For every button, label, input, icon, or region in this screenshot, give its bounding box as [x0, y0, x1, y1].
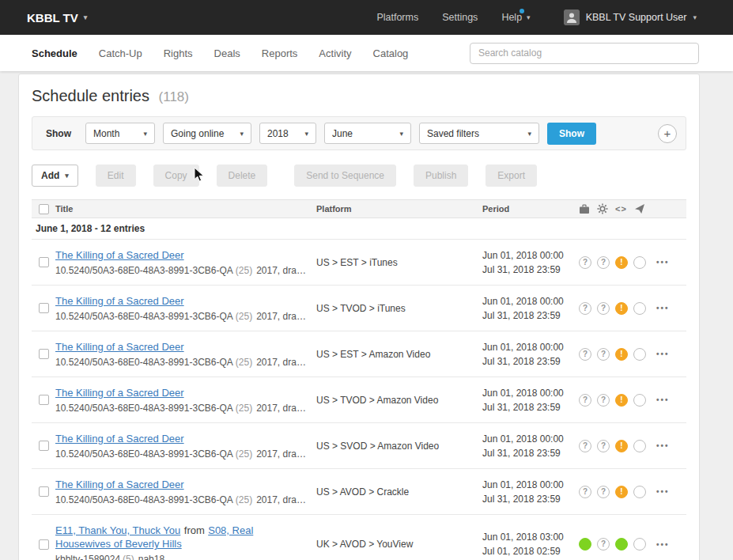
add-button[interactable]: Add ▾ — [32, 165, 78, 187]
export-button[interactable]: Export — [486, 165, 537, 187]
row-checkbox[interactable] — [39, 486, 49, 497]
chevron-down-icon: ▾ — [84, 13, 88, 21]
entry-count: (5) — [123, 554, 134, 560]
platform-cell: US > TVOD > iTunes — [316, 303, 482, 314]
topbar-link-settings[interactable]: Settings — [442, 12, 478, 23]
status-icon — [579, 394, 591, 407]
entry-subline: 10.5240/50A3-68E0-48A3-8991-3CB6-QA(25)2… — [55, 265, 310, 276]
chevron-down-icon: ▾ — [399, 130, 403, 138]
title-connector: from — [184, 524, 205, 536]
filter-event-select[interactable]: Going online ▾ — [163, 123, 251, 144]
table-row: E11, Thank You, Thuck You from S08, Real… — [32, 515, 686, 560]
table-row: The Killing of a Sacred Deer 10.5240/50A… — [32, 240, 686, 286]
row-checkbox[interactable] — [39, 257, 49, 267]
period-cell: Jun 01, 2018 03:00 Jul 01, 2018 02:59 — [482, 530, 579, 558]
select-all-checkbox[interactable] — [39, 204, 49, 214]
entry-title-link[interactable]: The Killing of a Sacred Deer — [55, 295, 184, 307]
row-checkbox[interactable] — [39, 395, 49, 405]
user-menu[interactable]: KBBL TV Support User ▾ — [564, 9, 697, 25]
topbar-link-platforms[interactable]: Platforms — [376, 12, 418, 23]
tab-catalog[interactable]: Catalog — [373, 47, 409, 59]
period-cell: Jun 01, 2018 00:00 Jul 31, 2018 23:59 — [482, 386, 579, 414]
delete-button[interactable]: Delete — [217, 165, 268, 187]
status-icon — [597, 394, 610, 407]
catalog-search — [470, 43, 699, 64]
nav-tabs: Schedule Catch-Up Rights Deals Reports A… — [32, 47, 408, 59]
tab-schedule[interactable]: Schedule — [32, 47, 77, 59]
filter-year-select[interactable]: 2018 ▾ — [259, 123, 316, 144]
tab-activity[interactable]: Activity — [319, 47, 351, 59]
period-cell: Jun 01, 2018 00:00 Jul 31, 2018 23:59 — [482, 340, 579, 369]
entry-subline: 10.5240/50A3-68E0-48A3-8991-3CB6-QA(25)2… — [55, 311, 310, 322]
status-icon — [615, 394, 628, 407]
tab-rights[interactable]: Rights — [164, 47, 193, 59]
schedule-table: Title Platform Period <> June 1, 2018 - … — [32, 199, 686, 560]
period-end: Jul 31, 2018 23:59 — [482, 263, 579, 277]
period-cell: Jun 01, 2018 00:00 Jul 31, 2018 23:59 — [482, 294, 579, 323]
show-button[interactable]: Show — [547, 123, 596, 145]
status-icon — [615, 486, 628, 498]
page-title-text: Schedule entries — [32, 87, 149, 104]
entry-title-link[interactable]: The Killing of a Sacred Deer — [55, 341, 184, 353]
status-icon — [633, 256, 646, 269]
copy-button[interactable]: Copy — [153, 165, 199, 187]
status-cell — [579, 538, 656, 551]
send-to-sequence-button[interactable]: Send to Sequence — [294, 165, 396, 187]
edit-button[interactable]: Edit — [96, 165, 136, 187]
publish-button[interactable]: Publish — [414, 165, 468, 187]
row-checkbox[interactable] — [39, 441, 49, 451]
status-icon — [597, 256, 610, 269]
table-row: The Killing of a Sacred Deer 10.5240/50A… — [32, 331, 686, 377]
period-end: Jul 31, 2018 23:59 — [482, 446, 579, 460]
brand-label: KBBL TV — [27, 11, 78, 25]
filter-month-select[interactable]: June ▾ — [324, 123, 411, 144]
tab-deals[interactable]: Deals — [214, 47, 240, 59]
row-menu-icon[interactable]: ••• — [656, 395, 686, 404]
chevron-down-icon: ▾ — [240, 130, 244, 138]
entry-title-link[interactable]: The Killing of a Sacred Deer — [55, 479, 184, 490]
row-checkbox[interactable] — [39, 303, 49, 313]
tab-reports[interactable]: Reports — [262, 47, 298, 59]
platform-cell: US > SVOD > Amazon Video — [316, 441, 482, 452]
table-row: The Killing of a Sacred Deer 10.5240/50A… — [32, 423, 686, 469]
period-cell: Jun 01, 2018 00:00 Jul 31, 2018 23:59 — [482, 248, 579, 277]
status-icon — [633, 538, 646, 551]
row-menu-icon[interactable]: ••• — [656, 258, 686, 267]
brand-menu[interactable]: KBBL TV ▾ — [27, 11, 87, 25]
code-icon: <> — [615, 204, 627, 214]
row-checkbox[interactable] — [39, 349, 49, 359]
entry-meta: 2017, drama, na… — [256, 357, 310, 368]
entry-id: 10.5240/50A3-68E0-48A3-8991-3CB6-QA — [55, 494, 233, 505]
entry-title-link[interactable]: The Killing of a Sacred Deer — [55, 387, 184, 399]
period-start: Jun 01, 2018 00:00 — [482, 248, 579, 263]
add-filter-button[interactable]: + — [658, 124, 677, 143]
episode-title-link[interactable]: E11, Thank You, Thuck You — [55, 524, 180, 536]
row-menu-icon[interactable]: ••• — [656, 304, 686, 312]
briefcase-icon — [579, 204, 590, 214]
show-label: Show — [46, 128, 71, 139]
gear-icon — [597, 203, 608, 214]
send-icon — [634, 203, 645, 214]
entry-title-link[interactable]: The Killing of a Sacred Deer — [55, 433, 184, 445]
filter-granularity-select[interactable]: Month ▾ — [85, 123, 155, 144]
entry-title-link[interactable]: The Killing of a Sacred Deer — [55, 249, 184, 261]
platform-cell: US > AVOD > Crackle — [316, 486, 482, 498]
row-menu-icon[interactable]: ••• — [656, 487, 686, 496]
row-menu-icon[interactable]: ••• — [656, 540, 686, 549]
status-icon — [579, 302, 591, 315]
saved-filters-select[interactable]: Saved filters ▾ — [419, 123, 539, 144]
entry-id: 10.5240/50A3-68E0-48A3-8991-3CB6-QA — [55, 448, 233, 460]
topbar-link-help[interactable]: Help ▾ — [501, 12, 530, 23]
filter-event-value: Going online — [171, 128, 224, 139]
status-cell — [579, 348, 656, 361]
status-column-icons: <> — [579, 203, 656, 214]
table-row: The Killing of a Sacred Deer 10.5240/50A… — [32, 286, 686, 331]
row-menu-icon[interactable]: ••• — [656, 441, 686, 450]
tab-catch-up[interactable]: Catch-Up — [99, 47, 142, 59]
filter-granularity-value: Month — [93, 128, 119, 139]
search-input[interactable] — [470, 43, 699, 64]
row-menu-icon[interactable]: ••• — [656, 350, 686, 358]
saved-filters-value: Saved filters — [427, 128, 479, 139]
platform-cell: US > EST > Amazon Video — [316, 349, 482, 360]
row-checkbox[interactable] — [39, 539, 49, 550]
